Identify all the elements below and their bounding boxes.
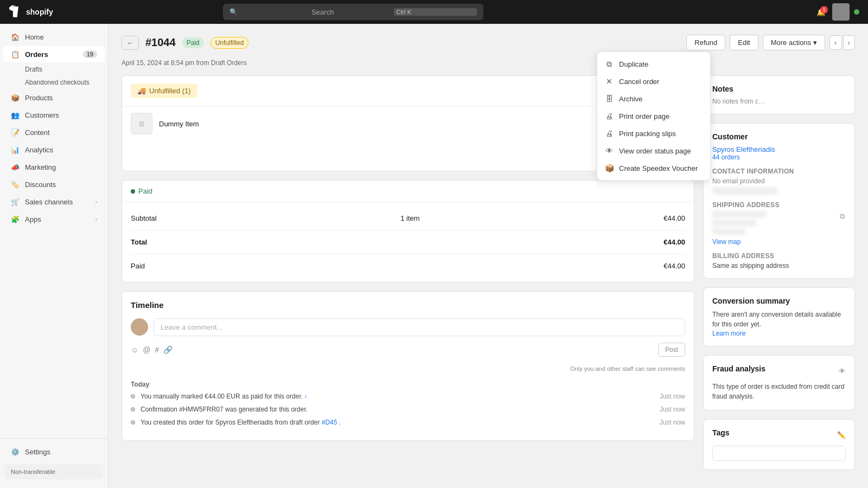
view-map-link[interactable]: View map: [712, 238, 846, 246]
draft-order-link[interactable]: #D45: [322, 419, 337, 426]
archive-icon: 🗄: [605, 94, 614, 103]
sidebar-item-content[interactable]: 📝 Content: [3, 124, 105, 140]
customer-name[interactable]: Spyros Eleftheriadis: [712, 145, 846, 153]
paid-amount: €44.00: [663, 262, 685, 270]
timeline-event-1: Confirmation #HMW5FRR07 was generated fo…: [131, 406, 685, 413]
eye-icon: 👁: [605, 146, 614, 155]
conversion-text: There aren't any conversion details avai…: [712, 310, 846, 329]
sidebar-item-home[interactable]: 🏠 Home: [3, 29, 105, 45]
dropdown-duplicate[interactable]: ⧉ Duplicate: [597, 55, 710, 73]
event-text-1: Confirmation #HMW5FRR07 was generated fo…: [141, 406, 654, 413]
total-amount: €44.00: [663, 238, 685, 246]
more-actions-button[interactable]: More actions ▾: [763, 35, 825, 50]
sidebar-item-discounts[interactable]: 🏷️ Discounts: [3, 176, 105, 192]
search-bar[interactable]: 🔍 Search Ctrl K: [223, 4, 483, 20]
fraud-text: This type of order is excluded from cred…: [712, 382, 846, 401]
address-line-2-blurred: [712, 220, 756, 226]
customer-title: Customer: [712, 132, 846, 141]
paid-label: Paid: [131, 262, 145, 270]
avatar-button[interactable]: [832, 3, 850, 21]
analytics-icon: 📊: [11, 145, 20, 154]
edit-button[interactable]: Edit: [730, 35, 758, 50]
home-icon: 🏠: [11, 33, 20, 41]
next-order-button[interactable]: ›: [843, 35, 855, 50]
sidebar-item-sales-channels[interactable]: 🛒 Sales channels ›: [3, 194, 105, 210]
dropdown-cancel-order[interactable]: ✕ Cancel order: [597, 73, 710, 90]
print-packing-icon: 🖨: [605, 129, 614, 138]
paid-section-header: Paid: [122, 181, 694, 202]
fraud-header: Fraud analysis 👁: [712, 364, 846, 377]
event-text-0: You manually marked €44.00 EUR as paid f…: [141, 393, 654, 400]
emoji-icon[interactable]: ☺: [131, 345, 138, 354]
sidebar-label-apps: Apps: [25, 215, 41, 223]
sidebar-item-marketing[interactable]: 📣 Marketing: [3, 159, 105, 175]
total-row: Total €44.00: [131, 235, 685, 249]
marketing-icon: 📣: [11, 163, 20, 171]
main-area: 🏠 Home 📋 Orders 19 Drafts Abandoned chec…: [0, 24, 868, 488]
link-icon[interactable]: 🔗: [163, 345, 173, 354]
fraud-card: Fraud analysis 👁 This type of order is e…: [703, 355, 855, 410]
sidebar-label-discounts: Discounts: [25, 181, 56, 189]
sidebar-item-orders[interactable]: 📋 Orders 19: [3, 46, 105, 62]
conversion-title: Conversion summary: [712, 297, 846, 305]
event-dot-0: [131, 394, 135, 399]
comment-input[interactable]: Leave a comment...: [154, 318, 685, 336]
dropdown-print-packing[interactable]: 🖨 Print packing slips: [597, 125, 710, 142]
status-indicator: [854, 9, 859, 15]
order-subtitle: April 15, 2024 at 8:54 pm from Draft Ord…: [122, 59, 855, 67]
hashtag-icon[interactable]: #: [155, 345, 159, 354]
dropdown-view-status[interactable]: 👁 View order status page: [597, 142, 710, 159]
dropdown-print-order-label: Print order page: [619, 112, 669, 120]
sidebar-label-home: Home: [25, 33, 44, 41]
refund-button[interactable]: Refund: [686, 35, 725, 50]
prev-order-button[interactable]: ‹: [829, 35, 841, 50]
eye-fraud-icon[interactable]: 👁: [839, 367, 846, 375]
email-address-blurred: [712, 187, 777, 195]
shopify-logo: shopify: [9, 5, 53, 18]
post-button[interactable]: Post: [658, 343, 685, 357]
top-bar: shopify 🔍 Search Ctrl K 🔔 1: [0, 0, 868, 24]
sidebar-item-drafts[interactable]: Drafts: [3, 63, 105, 75]
copy-icon: ⧉: [605, 60, 614, 68]
image-placeholder-icon: 🖼: [139, 121, 144, 127]
edit-tags-icon[interactable]: ✏️: [837, 431, 846, 439]
back-button[interactable]: ←: [122, 36, 139, 50]
notes-content: No notes from c…: [712, 98, 846, 105]
dropdown-archive[interactable]: 🗄 Archive: [597, 90, 710, 107]
tags-input[interactable]: [712, 446, 846, 461]
sidebar-item-analytics[interactable]: 📊 Analytics: [3, 142, 105, 158]
notes-title: Notes: [712, 85, 846, 93]
dropdown-print-order[interactable]: 🖨 Print order page: [597, 107, 710, 125]
contact-info-label: Contact information: [712, 168, 846, 175]
sidebar-label-settings: Settings: [25, 448, 50, 456]
subtotal-amount: €44.00: [663, 214, 685, 222]
sidebar-item-settings[interactable]: ⚙️ Settings: [3, 444, 105, 460]
sidebar-item-abandoned[interactable]: Abandoned checkouts: [3, 76, 105, 88]
notifications-button[interactable]: 🔔 1: [814, 6, 828, 18]
mention-icon[interactable]: @: [143, 345, 150, 354]
paid-row: Paid €44.00: [131, 259, 685, 273]
top-bar-right: 🔔 1: [814, 3, 859, 21]
total-label: Total: [131, 238, 147, 246]
dropdown-speedex[interactable]: 📦 Create Speedex Voucher: [597, 159, 710, 177]
nav-arrows: ‹ ›: [829, 35, 855, 50]
content-icon: 📝: [11, 128, 20, 137]
sales-channels-arrow: ›: [95, 199, 97, 205]
dropdown-archive-label: Archive: [619, 95, 642, 103]
logo-text: shopify: [26, 8, 53, 16]
sidebar-item-products[interactable]: 📦 Products: [3, 89, 105, 106]
shipping-address-label: Shipping address: [712, 201, 846, 209]
conversion-card: Conversion summary There aren't any conv…: [703, 287, 855, 346]
box-icon: 📦: [605, 164, 614, 172]
learn-more-link[interactable]: Learn more: [712, 330, 745, 337]
non-transferable-badge: Non-transferable: [4, 464, 104, 479]
copy-address-button[interactable]: ⧉: [839, 211, 846, 222]
tags-header: Tags ✏️: [712, 428, 846, 441]
fraud-title: Fraud analysis: [712, 364, 765, 373]
comment-toolbar: ☺ @ # 🔗 Post: [122, 343, 694, 363]
customer-orders[interactable]: 44 orders: [712, 153, 846, 161]
customer-card: Customer Spyros Eleftheriadis 44 orders …: [703, 123, 855, 279]
sidebar-label-marketing: Marketing: [25, 163, 56, 171]
sidebar-item-customers[interactable]: 👥 Customers: [3, 107, 105, 123]
sidebar-item-apps[interactable]: 🧩 Apps ›: [3, 211, 105, 227]
